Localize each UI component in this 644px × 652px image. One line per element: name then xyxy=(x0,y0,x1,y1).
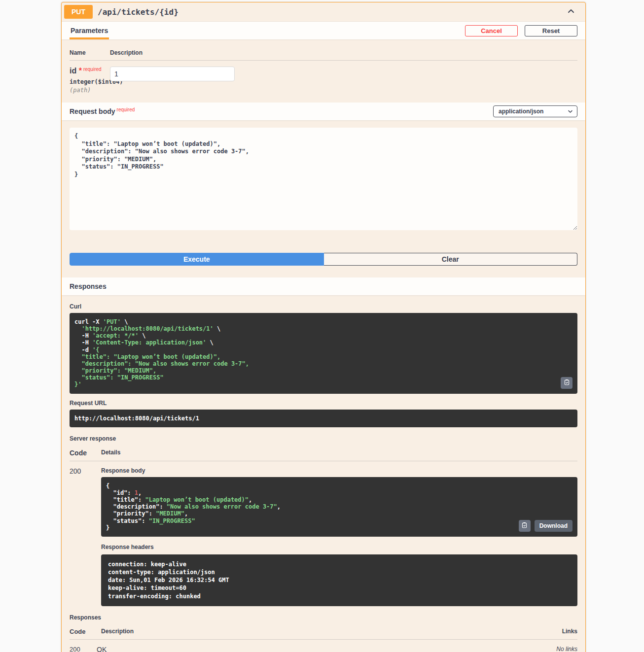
parameter-name: id xyxy=(70,67,76,75)
opblock-summary[interactable]: PUT /api/tickets/{id} xyxy=(62,2,585,22)
parameters-table-head: Name Description xyxy=(70,46,577,61)
curl-command-block[interactable]: curl -X 'PUT' \ 'http://localhost:8080/a… xyxy=(70,313,577,394)
request-media-type-select[interactable]: application/json xyxy=(493,105,577,117)
documented-response-row: 200 OK Media type */* Controls Accept he… xyxy=(70,640,577,652)
responses-title: Responses xyxy=(70,277,114,295)
copy-response-button[interactable] xyxy=(519,520,531,532)
chevron-up-icon xyxy=(567,7,575,17)
parameters-header: Parameters Cancel Reset xyxy=(62,22,585,39)
curl-label: Curl xyxy=(70,303,577,310)
execute-button[interactable]: Execute xyxy=(70,253,324,266)
parameter-row-id: id *required integer($int64) (path) xyxy=(70,61,577,94)
clipboard-icon xyxy=(521,522,528,530)
request-body-label: Request body xyxy=(70,107,115,115)
column-details: Details xyxy=(101,449,577,457)
response-body-label: Response body xyxy=(101,467,577,474)
request-body-title: Request bodyrequired xyxy=(70,107,135,116)
server-response-table-head: Code Details xyxy=(70,446,577,461)
response-body-block: Download{ "id": 1, "title": "Laptop won’… xyxy=(101,477,577,537)
column-name: Name xyxy=(70,49,110,56)
id-value-input[interactable] xyxy=(110,67,235,81)
request-url-value: http://localhost:8080/api/tickets/1 xyxy=(70,410,577,427)
server-response-details: Response body Download{ "id": 1, "title"… xyxy=(101,467,577,606)
no-links-text: No links xyxy=(543,646,577,652)
parameter-type: integer($int64) xyxy=(70,78,110,85)
parameter-location: (path) xyxy=(70,87,110,94)
swagger-page: { "colors": { "method_accent": "#fca130"… xyxy=(0,0,644,652)
column-description: Description xyxy=(110,49,577,56)
responses-section-header: Responses xyxy=(62,277,585,295)
required-asterisk: * xyxy=(79,67,82,75)
request-body-textarea[interactable]: { "title": "Laptop won’t boot (updated)"… xyxy=(70,128,577,230)
server-response-row: 200 Response body Download{ "id": 1, "ti… xyxy=(70,461,577,606)
response-description-text: OK xyxy=(97,646,543,652)
tab-parameters[interactable]: Parameters xyxy=(70,22,109,39)
copy-curl-button[interactable] xyxy=(561,377,572,389)
parameters-header-buttons: Cancel Reset xyxy=(465,25,577,36)
clipboard-icon xyxy=(564,379,570,387)
clear-button[interactable]: Clear xyxy=(324,253,578,266)
method-badge: PUT xyxy=(64,5,93,19)
cancel-button[interactable]: Cancel xyxy=(465,25,518,36)
request-url-label: Request URL xyxy=(70,400,577,407)
required-label: required xyxy=(83,67,102,72)
documented-responses-table-head: Code Description Links xyxy=(70,625,577,640)
request-body-editor-wrap: { "title": "Laptop won’t boot (updated)"… xyxy=(62,120,585,230)
doc-status-code: 200 xyxy=(70,646,97,652)
collapse-button[interactable] xyxy=(565,5,577,19)
download-button[interactable]: Download xyxy=(535,520,572,532)
parameter-value-cell xyxy=(110,67,235,94)
parameters-table: Name Description id *required integer($i… xyxy=(62,39,585,103)
execute-row: Execute Clear xyxy=(70,253,577,266)
column-description: Description xyxy=(101,628,538,635)
response-headers-block: connection: keep-alive content-type: app… xyxy=(101,554,577,606)
reset-button[interactable]: Reset xyxy=(525,25,577,36)
status-code: 200 xyxy=(70,467,101,606)
response-headers-label: Response headers xyxy=(101,544,577,550)
server-response-label: Server response xyxy=(70,435,577,442)
column-code: Code xyxy=(70,449,101,457)
endpoint-path: /api/tickets/{id} xyxy=(98,7,179,17)
documented-responses-label: Responses xyxy=(70,614,577,621)
opblock-put-tickets: PUT /api/tickets/{id} Parameters Cancel … xyxy=(61,2,586,652)
request-body-required: required xyxy=(117,107,135,112)
responses-body: Curl curl -X 'PUT' \ 'http://localhost:8… xyxy=(62,295,585,652)
request-media-select-wrap: application/json xyxy=(493,105,577,117)
doc-response-description: OK Media type */* Controls Accept header… xyxy=(97,646,543,652)
response-body-controls: Download xyxy=(519,520,572,532)
parameter-name-cell: id *required integer($int64) (path) xyxy=(70,67,110,94)
request-body-header: Request bodyrequired application/json xyxy=(62,103,585,120)
column-links: Links xyxy=(538,628,577,635)
column-code: Code xyxy=(70,628,101,635)
